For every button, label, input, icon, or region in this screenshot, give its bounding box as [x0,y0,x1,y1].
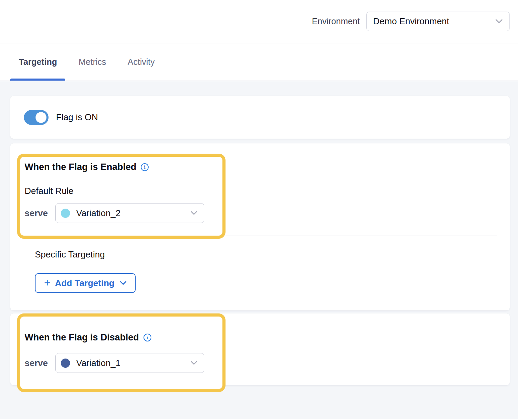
variation-color-dot [61,209,70,218]
chevron-down-icon [495,19,503,24]
serve-label: serve [25,358,55,368]
enabled-highlight-box: When the Flag is Enabled i Default Rule … [17,154,226,239]
environment-label: Environment [312,16,360,26]
chevron-down-icon [191,361,197,365]
variation-select-value: Variation_1 [76,358,191,368]
flag-disabled-card: When the Flag is Disabled i serve Variat… [10,313,510,385]
default-rule-label: Default Rule [25,186,216,196]
tab-activity[interactable]: Activity [128,43,155,81]
default-rule-variation-select[interactable]: Variation_2 [55,203,204,223]
environment-select-value: Demo Environment [373,16,495,27]
tabs-bar: Targeting Metrics Activity [0,43,518,81]
tab-metrics[interactable]: Metrics [79,43,106,81]
plus-icon: + [44,277,51,288]
disabled-highlight-box: When the Flag is Disabled i serve Variat… [17,313,226,392]
flag-enabled-card: When the Flag is Enabled i Default Rule … [10,143,510,310]
environment-select[interactable]: Demo Environment [366,12,510,31]
flag-state-card: Flag is ON [10,96,510,139]
info-icon[interactable]: i [144,334,151,341]
disabled-section-title: When the Flag is Disabled [25,332,139,343]
enabled-section-title: When the Flag is Enabled [25,162,136,172]
serve-label: serve [25,208,55,219]
flag-toggle-knob [35,111,47,124]
targeting-panel: Flag is ON When the Flag is Enabled i De… [0,81,518,419]
disabled-variation-select[interactable]: Variation_1 [55,353,204,373]
chevron-down-icon [191,211,197,215]
variation-select-value: Variation_2 [76,208,191,219]
flag-toggle[interactable] [24,110,49,125]
top-header: Environment Demo Environment [0,0,518,43]
rule-divider [226,236,497,236]
variation-color-dot [61,359,70,368]
add-targeting-button[interactable]: + Add Targeting [35,273,136,293]
add-targeting-button-label: Add Targeting [55,278,114,289]
info-icon[interactable]: i [141,163,149,171]
chevron-down-icon [120,281,126,285]
specific-targeting-label: Specific Targeting [35,249,497,260]
tab-targeting[interactable]: Targeting [19,43,57,81]
flag-state-label: Flag is ON [56,112,98,123]
